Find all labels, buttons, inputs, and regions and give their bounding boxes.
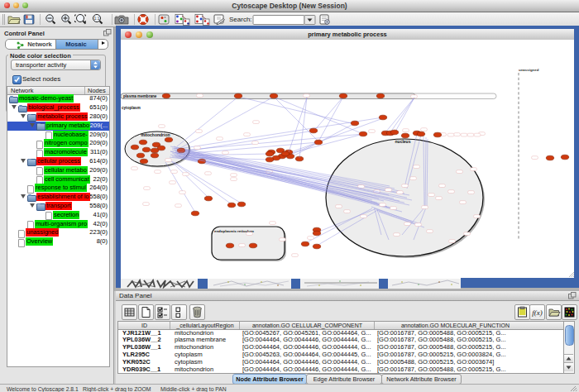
svg-text:mitochondrion: mitochondrion (141, 132, 170, 137)
svg-text:nucleus: nucleus (395, 139, 411, 144)
svg-text:unassigned: unassigned (519, 68, 539, 72)
svg-text:1:1: 1:1 (94, 16, 100, 21)
svg-text:Search:: Search: (229, 16, 252, 23)
svg-text:cytoplasm: cytoplasm (122, 106, 141, 110)
svg-text:f(x): f(x) (532, 308, 543, 317)
svg-text:plasma membrane: plasma membrane (123, 94, 157, 98)
